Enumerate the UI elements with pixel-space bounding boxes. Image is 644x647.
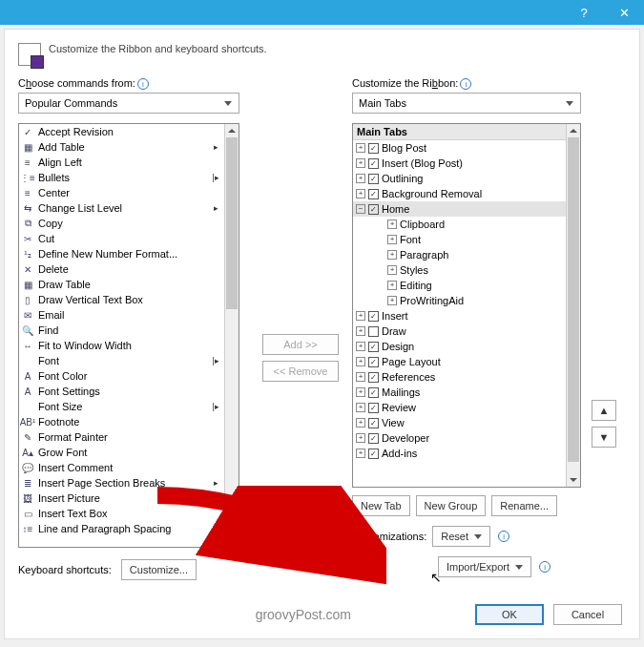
list-item[interactable]: Font Size|▸ [19,399,224,414]
checkbox[interactable] [368,204,379,215]
list-item[interactable]: ¹₂Define New Number Format... [19,246,224,261]
list-item[interactable]: A▴Grow Font [19,445,224,460]
tree-item[interactable]: +Clipboard [353,217,566,232]
tree-item[interactable]: +Styles [353,262,566,278]
list-item[interactable]: ⋮≡Bullets|▸ [19,170,224,185]
tree-item[interactable]: +References [353,369,566,385]
expand-icon[interactable]: + [356,372,365,382]
move-down-button[interactable]: ▼ [592,427,616,448]
tree-item[interactable]: +Background Removal [353,186,566,201]
expand-icon[interactable]: + [356,403,365,412]
list-item[interactable]: 🖼Insert Picture [19,490,224,506]
expand-icon[interactable]: + [387,250,397,260]
expand-icon[interactable]: + [356,326,365,336]
list-item[interactable]: AB¹Footnote [19,414,224,429]
info-icon[interactable]: i [137,78,149,90]
checkbox[interactable] [368,326,379,337]
tree-item[interactable]: +Font [353,232,566,247]
tree-item[interactable]: +Insert (Blog Post) [353,156,566,171]
scroll-thumb[interactable] [568,137,579,462]
expand-icon[interactable]: + [356,189,365,198]
tree-item[interactable]: +Add-ins [353,446,566,461]
scroll-up-icon[interactable] [225,124,239,137]
list-item[interactable]: ≡Center [19,185,224,200]
expand-icon[interactable]: + [356,449,365,458]
list-item[interactable]: ▯Draw Vertical Text Box [19,292,224,307]
list-item[interactable]: ⇆Change List Level▸ [19,200,224,216]
list-item[interactable]: AFont Settings [19,384,224,399]
rename-button[interactable]: Rename... [491,495,557,516]
expand-icon[interactable]: − [356,204,365,214]
info-icon[interactable]: i [539,561,551,573]
checkbox[interactable] [368,433,379,444]
list-item[interactable]: ▦Add Table▸ [19,139,224,155]
help-icon[interactable]: ? [564,0,604,25]
customize-shortcuts-button[interactable]: Customize... [121,559,197,580]
checkbox[interactable] [368,342,379,352]
import-export-button[interactable]: Import/Export [438,556,531,577]
expand-icon[interactable]: + [356,311,365,321]
expand-icon[interactable]: + [356,143,365,153]
checkbox[interactable] [368,143,379,154]
list-item[interactable]: AFont Color [19,368,224,384]
expand-icon[interactable]: + [387,219,397,229]
tree-item[interactable]: +Paragraph [353,247,566,262]
cancel-button[interactable]: Cancel [553,604,622,625]
checkbox[interactable] [368,418,379,428]
list-item[interactable]: ✎Format Painter [19,429,224,445]
expand-icon[interactable]: + [387,235,397,244]
new-tab-button[interactable]: New Tab [352,495,410,516]
tree-item[interactable]: +ProWritingAid [353,293,566,308]
expand-icon[interactable]: + [356,174,365,183]
expand-icon[interactable]: + [356,357,365,366]
checkbox[interactable] [368,174,379,184]
list-item[interactable]: Font|▸ [19,353,224,368]
tree-scrollbar[interactable] [566,124,580,487]
new-group-button[interactable]: New Group [416,495,487,516]
list-item[interactable]: 💬Insert Comment [19,460,224,475]
tree-item[interactable]: +Draw [353,324,566,339]
checkbox[interactable] [368,357,379,367]
close-icon[interactable]: ✕ [604,0,644,25]
expand-icon[interactable]: + [356,387,365,397]
list-item[interactable]: ✓Accept Revision [19,124,224,139]
tree-item[interactable]: +Review [353,400,566,415]
scrollbar[interactable] [224,124,239,547]
list-item[interactable]: ▭Insert Text Box [19,506,224,521]
scroll-down-icon[interactable] [225,533,239,547]
scroll-down-icon[interactable] [567,473,580,487]
checkbox[interactable] [368,158,379,169]
ribbon-tabs-combo[interactable]: Main Tabs [352,93,581,114]
checkbox[interactable] [368,372,379,383]
tree-item[interactable]: +Insert [353,308,566,324]
list-item[interactable]: ✂Cut [19,231,224,246]
tree-item[interactable]: +Mailings [353,385,566,400]
list-item[interactable]: ▦Draw Table [19,277,224,292]
expand-icon[interactable]: + [356,418,365,428]
checkbox[interactable] [368,449,379,459]
tree-item[interactable]: +Outlining [353,171,566,186]
expand-icon[interactable]: + [356,342,365,351]
checkbox[interactable] [368,189,379,199]
expand-icon[interactable]: + [356,158,365,168]
reset-button[interactable]: Reset [432,526,490,547]
list-item[interactable]: ≣Insert Page Section Breaks▸ [19,475,224,490]
expand-icon[interactable]: + [387,281,397,290]
checkbox[interactable] [368,403,379,413]
expand-icon[interactable]: + [356,433,365,443]
tree-item[interactable]: +Blog Post [353,140,566,156]
tree-item[interactable]: +Page Layout [353,354,566,369]
expand-icon[interactable]: + [387,296,397,305]
ok-button[interactable]: OK [475,604,544,625]
scroll-thumb[interactable] [226,137,238,309]
list-item[interactable]: ✉Email [19,307,224,323]
info-icon[interactable]: i [460,78,471,90]
expand-icon[interactable]: + [387,265,397,275]
list-item[interactable]: ↕≡Line and Paragraph Spacing▸ [19,521,224,536]
choose-commands-combo[interactable]: Popular Commands [18,93,239,114]
list-item[interactable]: ↔Fit to Window Width [19,338,224,353]
ribbon-tree[interactable]: Main Tabs +Blog Post+Insert (Blog Post)+… [352,123,581,488]
scroll-up-icon[interactable] [567,124,580,137]
tree-item[interactable]: +Design [353,339,566,354]
info-icon[interactable]: i [498,531,509,542]
